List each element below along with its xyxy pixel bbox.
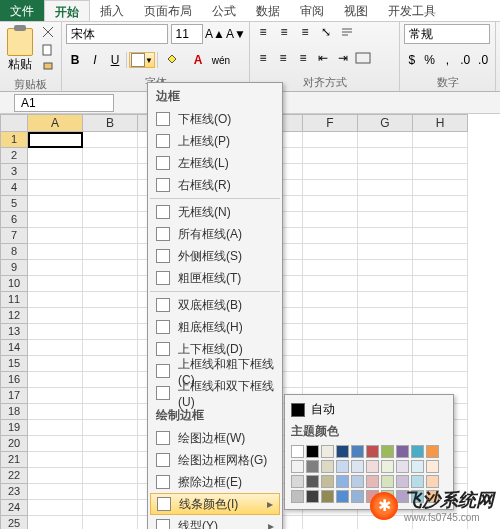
increase-decimal-button[interactable]: .0 bbox=[457, 52, 473, 68]
color-swatch[interactable] bbox=[426, 445, 439, 458]
col-header-F[interactable]: F bbox=[303, 114, 358, 132]
cell[interactable] bbox=[83, 308, 138, 324]
cell[interactable] bbox=[83, 420, 138, 436]
row-header[interactable]: 4 bbox=[0, 180, 28, 196]
cell[interactable] bbox=[413, 196, 468, 212]
cell[interactable] bbox=[28, 276, 83, 292]
cell[interactable] bbox=[413, 324, 468, 340]
cell[interactable] bbox=[28, 484, 83, 500]
cell[interactable] bbox=[413, 180, 468, 196]
cell[interactable] bbox=[83, 404, 138, 420]
row-header[interactable]: 23 bbox=[0, 484, 28, 500]
cell[interactable] bbox=[413, 340, 468, 356]
cell[interactable] bbox=[28, 452, 83, 468]
cell[interactable] bbox=[303, 228, 358, 244]
cell[interactable] bbox=[358, 276, 413, 292]
cell[interactable] bbox=[303, 340, 358, 356]
col-header-B[interactable]: B bbox=[83, 114, 138, 132]
cell[interactable] bbox=[28, 468, 83, 484]
row-header[interactable]: 6 bbox=[0, 212, 28, 228]
cell[interactable] bbox=[303, 324, 358, 340]
cell[interactable] bbox=[83, 196, 138, 212]
cell[interactable] bbox=[28, 324, 83, 340]
color-swatch[interactable] bbox=[366, 460, 379, 473]
tab-file[interactable]: 文件 bbox=[0, 0, 44, 21]
cell[interactable] bbox=[413, 372, 468, 388]
dropdown-item[interactable]: 线条颜色(I)▸ bbox=[150, 493, 280, 515]
color-swatch[interactable] bbox=[381, 475, 394, 488]
color-swatch[interactable] bbox=[411, 445, 424, 458]
italic-button[interactable]: I bbox=[86, 52, 104, 68]
underline-button[interactable]: U bbox=[106, 52, 124, 68]
cell[interactable] bbox=[303, 180, 358, 196]
row-header[interactable]: 25 bbox=[0, 516, 28, 529]
decrease-indent-button[interactable]: ⇤ bbox=[314, 50, 332, 66]
cell[interactable] bbox=[303, 276, 358, 292]
color-swatch[interactable] bbox=[351, 460, 364, 473]
cell[interactable] bbox=[28, 164, 83, 180]
cell[interactable] bbox=[83, 276, 138, 292]
dropdown-item[interactable]: 擦除边框(E) bbox=[150, 471, 280, 493]
cell[interactable] bbox=[303, 308, 358, 324]
cell[interactable] bbox=[413, 276, 468, 292]
row-header[interactable]: 19 bbox=[0, 420, 28, 436]
merge-button[interactable] bbox=[354, 50, 372, 66]
cell[interactable] bbox=[358, 180, 413, 196]
cell[interactable] bbox=[28, 356, 83, 372]
cell[interactable] bbox=[83, 324, 138, 340]
row-header[interactable]: 13 bbox=[0, 324, 28, 340]
cell[interactable] bbox=[28, 516, 83, 529]
row-header[interactable]: 21 bbox=[0, 452, 28, 468]
cell[interactable] bbox=[83, 228, 138, 244]
copy-button[interactable] bbox=[39, 42, 57, 58]
cell[interactable] bbox=[28, 260, 83, 276]
cell[interactable] bbox=[28, 500, 83, 516]
dropdown-item[interactable]: 绘图边框(W) bbox=[150, 427, 280, 449]
color-swatch[interactable] bbox=[306, 475, 319, 488]
cell[interactable] bbox=[83, 372, 138, 388]
row-header[interactable]: 11 bbox=[0, 292, 28, 308]
color-swatch[interactable] bbox=[396, 445, 409, 458]
tab-layout[interactable]: 页面布局 bbox=[134, 0, 202, 21]
font-name-select[interactable]: 宋体 bbox=[66, 24, 168, 44]
row-header[interactable]: 9 bbox=[0, 260, 28, 276]
color-swatch[interactable] bbox=[306, 445, 319, 458]
cell[interactable] bbox=[83, 500, 138, 516]
cell[interactable] bbox=[303, 148, 358, 164]
tab-review[interactable]: 审阅 bbox=[290, 0, 334, 21]
col-header-G[interactable]: G bbox=[358, 114, 413, 132]
shrink-font-button[interactable]: A▼ bbox=[227, 26, 245, 42]
grow-font-button[interactable]: A▲ bbox=[206, 26, 224, 42]
color-swatch[interactable] bbox=[321, 445, 334, 458]
cell[interactable] bbox=[28, 132, 83, 148]
cell[interactable] bbox=[28, 228, 83, 244]
cell[interactable] bbox=[28, 372, 83, 388]
number-format-select[interactable]: 常规 bbox=[404, 24, 490, 44]
cell[interactable] bbox=[358, 260, 413, 276]
color-swatch[interactable] bbox=[396, 475, 409, 488]
cell[interactable] bbox=[358, 324, 413, 340]
cut-button[interactable] bbox=[39, 24, 57, 40]
cell[interactable] bbox=[413, 244, 468, 260]
cell[interactable] bbox=[413, 228, 468, 244]
cell[interactable] bbox=[28, 308, 83, 324]
dropdown-item[interactable]: 双底框线(B) bbox=[150, 294, 280, 316]
cell[interactable] bbox=[358, 132, 413, 148]
dropdown-item[interactable]: 粗底框线(H) bbox=[150, 316, 280, 338]
dropdown-item[interactable]: 左框线(L) bbox=[150, 152, 280, 174]
phonetic-button[interactable]: wén bbox=[212, 52, 230, 68]
row-header[interactable]: 14 bbox=[0, 340, 28, 356]
align-middle-button[interactable]: ≡ bbox=[275, 24, 293, 40]
cell[interactable] bbox=[28, 148, 83, 164]
font-size-select[interactable]: 11 bbox=[171, 24, 203, 44]
dropdown-item[interactable]: 线型(Y)▸ bbox=[150, 515, 280, 529]
color-swatch[interactable] bbox=[291, 490, 304, 503]
color-swatch[interactable] bbox=[426, 475, 439, 488]
tab-view[interactable]: 视图 bbox=[334, 0, 378, 21]
tab-insert[interactable]: 插入 bbox=[90, 0, 134, 21]
dropdown-item[interactable]: 粗匣框线(T) bbox=[150, 267, 280, 289]
color-swatch[interactable] bbox=[396, 460, 409, 473]
cell[interactable] bbox=[28, 436, 83, 452]
row-header[interactable]: 16 bbox=[0, 372, 28, 388]
color-swatch[interactable] bbox=[351, 490, 364, 503]
